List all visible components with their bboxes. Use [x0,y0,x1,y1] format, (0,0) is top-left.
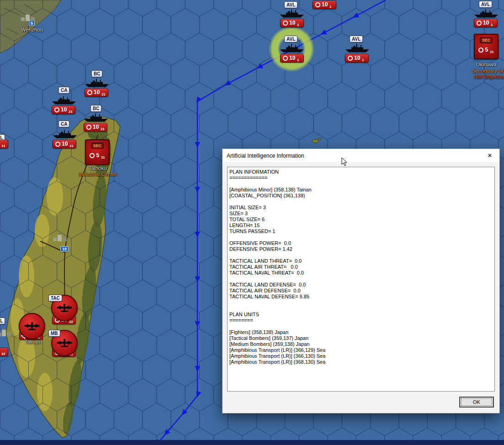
strength-badge[interactable]: 1021 [84,123,107,132]
strength-badge[interactable]: 1021 [85,88,108,97]
garrison-unit[interactable]: SEC521 [474,34,499,59]
strength-value: 10 [483,19,489,27]
strength-badge[interactable]: 101 [280,54,304,63]
strength-subscript: 21 [69,110,72,114]
town-icon [0,327,13,337]
city-label: NM Objective [474,74,504,79]
strength-subscript: 1 [329,5,331,9]
city-label: Tainan [25,339,40,344]
strength-subscript: 1 [491,23,493,27]
strength-subscript: 21 [1,144,5,148]
strength-row: 521 [90,152,105,159]
strength-value: 10 [93,123,99,131]
strength-badge[interactable]: 101 [345,54,369,63]
plan-information-text[interactable]: PLAN INFORMATION ============= [Amphibio… [227,167,495,392]
roundel-icon [283,21,288,26]
strength-value: 10 [62,140,68,148]
strength-value: 10 [289,19,295,27]
ship-silhouette[interactable] [84,113,108,122]
ship-silhouette[interactable] [52,96,76,105]
strength-subscript: 1 [297,58,299,62]
city-label: Industrial Center [79,171,117,177]
strength-subscript: 21 [490,50,493,54]
ship-silhouette[interactable] [85,79,109,88]
roundel-icon [477,21,482,26]
unit-type-chip: BC [91,70,102,77]
roundel-icon [86,125,91,130]
strength-badge[interactable]: 101 [313,0,336,9]
city-label: Okinawa [476,62,497,67]
unit-type-chip: MB [48,330,60,337]
screen: { "dialog": { "title": "Artificial Intel… [0,0,504,445]
ship-silhouette[interactable] [474,9,499,18]
strength-subscript: 1 [297,23,299,27]
strength-subscript: 21 [101,155,105,159]
strength-subscript: 21 [101,127,104,131]
roundel-icon [90,153,95,158]
strength-subscript: 1 [362,58,364,62]
ship-silhouette[interactable] [53,130,77,139]
strength-badge[interactable]: 1021 [53,140,76,148]
roundel-icon [87,90,92,95]
unit-type-chip: AVL [350,36,363,42]
map-edge-band [0,440,504,445]
close-icon[interactable]: ✕ [480,149,499,162]
roundel-icon [478,48,483,53]
strength-value: 10 [322,1,328,9]
roundel-icon [348,56,353,61]
strength-value: 10 [289,54,295,62]
unit-type-chip: BC [90,105,101,112]
strength-subscript: 22 [1,352,5,356]
ok-button[interactable]: OK [460,397,493,407]
ai-info-dialog: Artificial Intelligence Information ✕ PL… [222,148,500,413]
unit-type-chip: SEC [91,143,104,149]
air-unit[interactable]: MB [51,330,78,356]
strength-value: 10 [354,54,360,62]
strength-value: 10 [94,89,100,96]
garrison-unit[interactable]: SEC521 [85,139,110,165]
unit-type-chip: CA [58,87,69,94]
air-unit[interactable]: TAC [51,295,78,321]
strength-value: 5 [96,152,99,159]
dialog-titlebar[interactable]: Artificial Intelligence Information [223,149,499,162]
unit-type-chip: TAC [48,295,62,302]
city-label: Secondary Sup [472,68,504,74]
unit-type-chip: AVL [284,1,297,8]
unit-type-chip: AVL [0,318,5,324]
unit-type-chip: AVL [479,1,492,8]
roundel-icon [55,142,60,147]
mouse-cursor [341,157,348,166]
strength-subscript: 22 [69,320,73,324]
strength-badge[interactable]: 1021 [52,106,75,114]
resource-value-chip: 10 [60,246,69,252]
strength-badge[interactable]: 1021 [0,140,8,148]
ship-silhouette[interactable] [345,44,370,53]
unit-type-chip: CA [58,121,69,127]
strength-value: 10 [61,106,67,114]
air-unit[interactable] [19,313,45,339]
unit-type-chip: SEC [480,37,493,43]
strength-row: 521 [478,46,493,54]
strength-value: 5 [485,46,488,54]
strength-subscript: 21 [101,92,105,96]
strength-badge[interactable]: 101 [474,19,498,27]
dialog-title: Artificial Intelligence Information [227,153,304,159]
roundel-icon [315,2,320,7]
roundel-icon [54,107,59,112]
city-label: Taihoku [89,165,107,171]
roundel-icon [283,56,288,61]
strength-subscript: 21 [69,144,73,148]
unit-type-chip: AVL [284,36,297,42]
ship-silhouette[interactable] [280,9,304,18]
town-icon [52,232,69,242]
strength-badge[interactable]: 1022 [0,348,8,356]
town-icon [20,12,37,22]
strength-badge[interactable]: 101 [280,19,304,27]
ship-silhouette[interactable] [280,44,304,53]
city-label: Wenzhou [21,27,43,32]
